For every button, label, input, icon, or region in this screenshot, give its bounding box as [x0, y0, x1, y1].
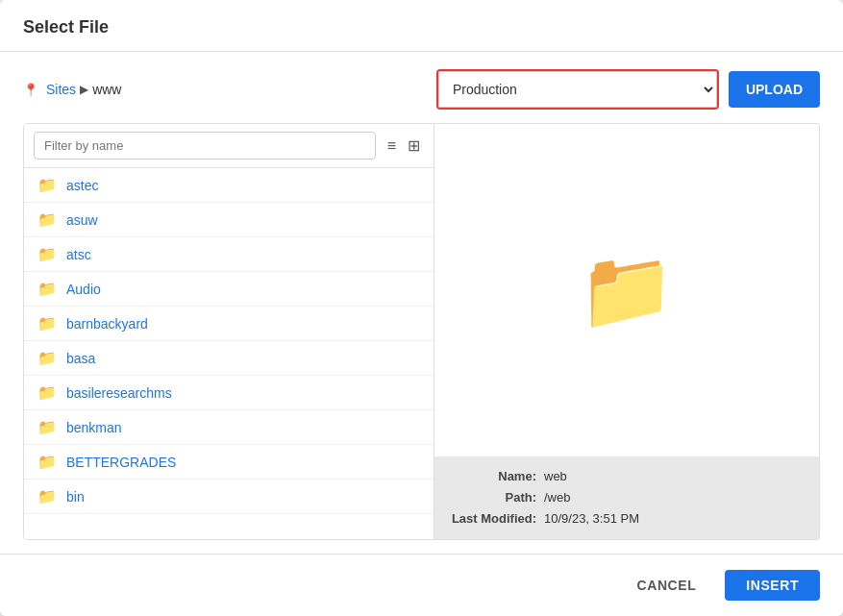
view-toggle: ≡ ⊞ — [384, 135, 424, 157]
toolbar-right: Production Staging Development UPLOAD — [436, 69, 820, 110]
dialog-footer: CANCEL INSERT — [0, 554, 843, 616]
name-value: web — [544, 466, 567, 487]
list-item[interactable]: 📁barnbackyard — [24, 307, 434, 341]
pin-icon: 📍 — [23, 83, 38, 97]
content-row: ≡ ⊞ 📁astec📁asuw📁atsc📁Audio📁barnbackyard📁… — [23, 123, 820, 540]
folder-icon: 📁 — [37, 349, 57, 367]
filter-input[interactable] — [34, 132, 376, 160]
meta-path-row: Path: /web — [450, 487, 804, 508]
breadcrumb-separator: ▶ — [80, 83, 88, 96]
folder-icon: 📁 — [37, 314, 57, 333]
file-name: barnbackyard — [66, 316, 148, 332]
environment-select[interactable]: Production Staging Development — [438, 71, 717, 108]
cancel-button[interactable]: CANCEL — [620, 570, 714, 601]
list-view-button[interactable]: ≡ — [384, 135, 400, 157]
folder-icon: 📁 — [37, 245, 57, 263]
dialog-header: Select File — [0, 0, 843, 52]
file-name: basileresearchms — [66, 385, 172, 401]
folder-icon: 📁 — [37, 418, 57, 436]
file-name: benkman — [66, 420, 122, 435]
grid-view-button[interactable]: ⊞ — [404, 135, 424, 157]
file-name: atsc — [66, 247, 91, 262]
list-item[interactable]: 📁BETTERGRADES — [24, 445, 434, 480]
path-value: /web — [544, 487, 570, 508]
insert-button[interactable]: INSERT — [725, 570, 820, 601]
modified-value: 10/9/23, 3:51 PM — [544, 508, 639, 530]
folder-icon: 📁 — [37, 453, 57, 471]
list-icon: ≡ — [387, 137, 396, 154]
list-item[interactable]: 📁bin — [24, 480, 434, 514]
file-list-panel: ≡ ⊞ 📁astec📁asuw📁atsc📁Audio📁barnbackyard📁… — [23, 123, 434, 540]
list-item[interactable]: 📁benkman — [24, 410, 434, 445]
file-name: Audio — [66, 282, 101, 297]
dialog-title: Select File — [23, 17, 109, 37]
env-select-wrapper: Production Staging Development — [436, 69, 719, 110]
upload-button[interactable]: UPLOAD — [729, 71, 820, 108]
list-item[interactable]: 📁basileresearchms — [24, 376, 434, 410]
file-name: asuw — [66, 212, 98, 228]
preview-panel: 📁 Name: web Path: /web Last Modified: 10… — [434, 123, 820, 540]
preview-meta: Name: web Path: /web Last Modified: 10/9… — [434, 456, 819, 539]
list-item[interactable]: 📁asuw — [24, 203, 434, 237]
file-list: 📁astec📁asuw📁atsc📁Audio📁barnbackyard📁basa… — [24, 168, 434, 539]
breadcrumb: 📍 Sites ▶ www — [23, 82, 121, 97]
breadcrumb-current: www — [92, 82, 121, 97]
folder-icon: 📁 — [37, 210, 57, 229]
filter-bar: ≡ ⊞ — [24, 124, 434, 168]
select-file-dialog: Select File 📍 Sites ▶ www Production Sta… — [0, 0, 843, 616]
meta-name-row: Name: web — [450, 466, 804, 487]
list-item[interactable]: 📁Audio — [24, 272, 434, 307]
list-item[interactable]: 📁basa — [24, 341, 434, 376]
folder-preview-icon: 📁 — [579, 252, 675, 329]
path-label: Path: — [450, 487, 536, 508]
file-name: astec — [66, 178, 98, 193]
modified-label: Last Modified: — [450, 508, 536, 530]
folder-icon: 📁 — [37, 487, 57, 505]
file-name: bin — [66, 489, 85, 505]
file-name: basa — [66, 351, 95, 366]
list-item[interactable]: 📁atsc — [24, 237, 434, 272]
grid-icon: ⊞ — [408, 137, 420, 154]
toolbar-row: 📍 Sites ▶ www Production Staging Develop… — [23, 69, 820, 110]
preview-area: 📁 — [434, 124, 819, 456]
folder-icon: 📁 — [37, 176, 57, 194]
folder-icon: 📁 — [37, 383, 57, 402]
meta-modified-row: Last Modified: 10/9/23, 3:51 PM — [450, 508, 804, 530]
folder-icon: 📁 — [37, 280, 57, 298]
file-name: BETTERGRADES — [66, 455, 176, 470]
name-label: Name: — [450, 466, 536, 487]
list-item[interactable]: 📁astec — [24, 168, 434, 203]
breadcrumb-sites-link[interactable]: Sites — [46, 82, 76, 97]
dialog-body: 📍 Sites ▶ www Production Staging Develop… — [0, 52, 843, 540]
